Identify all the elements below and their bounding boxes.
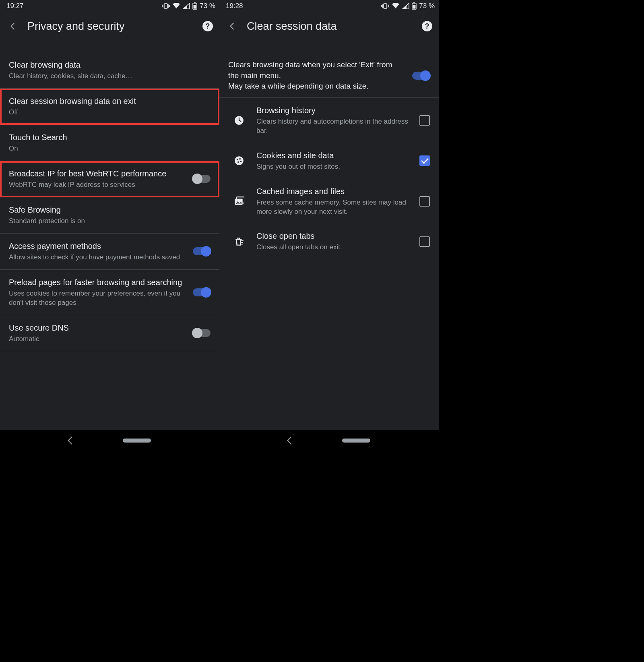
signal-icon [402, 3, 409, 9]
row-title: Safe Browsing [9, 205, 211, 215]
row-title: Browsing history [256, 105, 413, 116]
wifi-icon [392, 3, 400, 9]
svg-point-12 [237, 161, 239, 163]
screen-privacy: 19:27 73 % Privacy and security ? Clear … [0, 0, 219, 451]
nav-back-icon[interactable] [68, 437, 76, 445]
screen-clear-session: 19:28 73 % Clear session data ? Clears b… [219, 0, 439, 451]
row-cached-images[interactable]: Cached images and files Frees some cache… [219, 179, 439, 224]
status-time: 19:27 [6, 2, 24, 10]
row-clear-browsing-data[interactable]: Clear browsing data Clear history, cooki… [0, 52, 219, 89]
toggle-dns[interactable] [193, 329, 211, 337]
system-nav-bar [0, 430, 219, 451]
svg-rect-2 [194, 2, 196, 3]
row-subtitle: Closes all open tabs on exit. [256, 243, 413, 252]
battery-percent: 73 % [200, 2, 215, 10]
row-touch-to-search[interactable]: Touch to Search On [0, 125, 219, 161]
system-nav-bar [219, 430, 439, 451]
row-title: Clear session browsing data on exit [9, 96, 211, 106]
row-use-secure-dns[interactable]: Use secure DNS Automatic [0, 315, 219, 352]
row-browsing-history[interactable]: Browsing history Clears history and auto… [219, 98, 439, 143]
toggle-preload[interactable] [193, 288, 211, 296]
row-safe-browsing[interactable]: Safe Browsing Standard protection is on [0, 197, 219, 234]
clear-options-list: Browsing history Clears history and auto… [219, 98, 439, 430]
app-bar: Clear session data ? [219, 12, 439, 40]
svg-point-9 [235, 156, 244, 165]
vibrate-icon [381, 3, 389, 9]
vibrate-icon [162, 3, 170, 9]
trash-icon [228, 236, 250, 247]
row-cookies[interactable]: Cookies and site data Signs you out of m… [219, 143, 439, 179]
status-bar: 19:28 73 % [219, 0, 439, 12]
back-button[interactable] [3, 17, 23, 36]
toggle-webrtc[interactable] [193, 175, 211, 183]
nav-back-icon[interactable] [287, 437, 295, 445]
back-button[interactable] [223, 17, 242, 36]
cookie-icon [228, 155, 250, 166]
row-subtitle: Allow sites to check if you have payment… [9, 253, 186, 262]
row-subtitle: Clears history and autocompletions in th… [256, 117, 413, 136]
checkbox-cookies[interactable] [419, 155, 430, 166]
nav-home-pill[interactable] [342, 439, 370, 443]
battery-percent: 73 % [419, 2, 435, 10]
checkbox-tabs[interactable] [419, 236, 430, 247]
svg-rect-4 [384, 4, 387, 8]
row-title: Close open tabs [256, 231, 413, 241]
svg-point-11 [239, 158, 241, 160]
svg-rect-6 [413, 2, 415, 3]
settings-list: Clear browsing data Clear history, cooki… [0, 52, 219, 430]
row-broadcast-ip-webrtc[interactable]: Broadcast IP for best WebRTC performance… [0, 161, 219, 197]
svg-point-10 [237, 159, 238, 160]
row-title: Cached images and files [256, 186, 413, 197]
row-subtitle: Frees some cache memory. Some sites may … [256, 198, 413, 217]
row-title: Broadcast IP for best WebRTC performance [9, 168, 186, 179]
image-icon [228, 196, 250, 207]
row-subtitle: Signs you out of most sites. [256, 162, 413, 172]
row-close-open-tabs[interactable]: Close open tabs Closes all open tabs on … [219, 223, 439, 259]
toggle-clear-on-exit[interactable] [412, 72, 430, 80]
row-subtitle: On [9, 144, 211, 153]
wifi-icon [172, 3, 180, 9]
help-button[interactable]: ? [422, 21, 432, 31]
nav-home-pill[interactable] [123, 439, 151, 443]
battery-icon [412, 2, 417, 10]
row-title: Access payment methods [9, 241, 186, 251]
checkbox-cache[interactable] [419, 196, 430, 207]
status-icons: 73 % [162, 2, 215, 10]
svg-rect-3 [194, 5, 196, 9]
row-master-toggle[interactable]: Clears browsing data when you select 'Ex… [219, 52, 439, 98]
row-title: Clear browsing data [9, 60, 211, 70]
row-title: Touch to Search [9, 132, 211, 143]
toggle-payment[interactable] [193, 247, 211, 255]
page-title: Privacy and security [27, 20, 202, 33]
row-subtitle: Standard protection is on [9, 217, 211, 226]
row-title: Preload pages for faster browsing and se… [9, 277, 186, 288]
row-preload-pages[interactable]: Preload pages for faster browsing and se… [0, 270, 219, 315]
status-bar: 19:27 73 % [0, 0, 219, 12]
row-access-payment-methods[interactable]: Access payment methods Allow sites to ch… [0, 234, 219, 270]
svg-rect-0 [164, 4, 167, 8]
row-subtitle: Clear history, cookies, site data, cache… [9, 72, 211, 81]
help-button[interactable]: ? [202, 21, 213, 31]
history-icon [228, 115, 250, 126]
svg-rect-7 [413, 5, 416, 9]
checkbox-history[interactable] [419, 115, 430, 126]
app-bar: Privacy and security ? [0, 12, 219, 40]
row-title: Use secure DNS [9, 323, 186, 333]
row-subtitle: Off [9, 108, 211, 117]
page-title: Clear session data [247, 20, 422, 33]
signal-icon [183, 3, 190, 9]
battery-icon [192, 2, 197, 10]
row-subtitle: WebRTC may leak IP address to services [9, 180, 186, 190]
row-title: Cookies and site data [256, 150, 413, 161]
intro-text: Clears browsing data when you select 'Ex… [228, 60, 402, 92]
row-subtitle: Uses cookies to remember your preference… [9, 289, 186, 308]
status-time: 19:28 [226, 2, 243, 10]
status-icons: 73 % [381, 2, 435, 10]
row-clear-session-on-exit[interactable]: Clear session browsing data on exit Off [0, 89, 219, 125]
row-subtitle: Automatic [9, 335, 186, 344]
svg-point-13 [240, 161, 242, 162]
